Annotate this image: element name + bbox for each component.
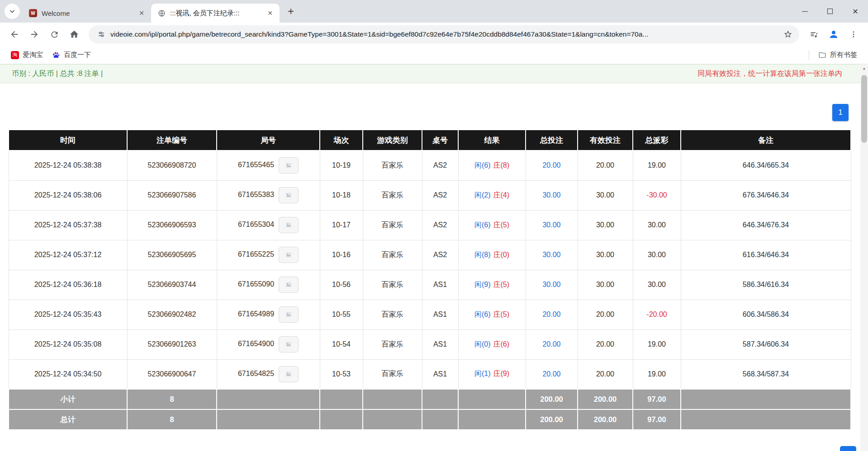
- cell-bet-id: 523066907586: [127, 180, 217, 210]
- cell-result: 闲(8)庄(0): [458, 240, 526, 270]
- video-replay-button[interactable]: [279, 306, 299, 323]
- table-row: 2025-12-24 05:34:50 523066900647 6716548…: [9, 359, 851, 389]
- scroll-up-arrow[interactable]: ▲: [860, 64, 868, 72]
- result-player: 闲(8): [474, 251, 491, 258]
- refresh-button[interactable]: [45, 25, 63, 43]
- tab-search-button[interactable]: [5, 4, 20, 19]
- column-header: 备注: [681, 130, 851, 150]
- browser-menu-button[interactable]: [844, 25, 863, 43]
- video-replay-button[interactable]: [279, 366, 299, 382]
- round-number: 671655465: [238, 161, 274, 169]
- cell-remark: 586.34/616.34: [681, 270, 851, 300]
- page-1-button[interactable]: 1: [832, 104, 849, 121]
- back-button[interactable]: [5, 25, 24, 43]
- maximize-icon: [827, 9, 833, 14]
- page-scrollbar[interactable]: ▲: [860, 64, 868, 451]
- cell-valid-bet: 20.00: [578, 329, 633, 359]
- round-number: 671654900: [238, 340, 274, 348]
- picture-icon: [284, 221, 293, 229]
- cell-total-bet: 20.00: [526, 359, 578, 389]
- picture-icon: [284, 251, 293, 259]
- bookmark-baidu[interactable]: 百度一下: [47, 48, 95, 62]
- bookmark-aitaobao[interactable]: 淘 爱淘宝: [6, 48, 47, 62]
- cell-valid-bet: 20.00: [578, 359, 633, 389]
- cell-round: 671654989: [217, 300, 320, 329]
- table-row: 2025-12-24 05:37:38 523066906593 6716553…: [9, 210, 851, 240]
- site-info-icon[interactable]: [95, 30, 108, 38]
- media-controls-icon: [809, 30, 819, 39]
- all-bookmarks-button[interactable]: 所有书签: [814, 48, 862, 62]
- cell-round: 671655383: [217, 180, 320, 210]
- address-bar[interactable]: videoie.com/ipl/portal.php/game/betrecor…: [89, 25, 799, 43]
- subtotal-count: 8: [127, 389, 217, 409]
- cell-session: 10-16: [320, 240, 363, 270]
- table-row: 2025-12-24 05:35:08 523066901263 6716549…: [9, 329, 851, 359]
- column-header: 有效投注: [578, 130, 633, 150]
- welcome-favicon-icon: W: [29, 9, 37, 17]
- profile-button[interactable]: [825, 25, 843, 43]
- cell-total-bet: 30.00: [526, 210, 578, 240]
- forward-arrow-icon: [29, 29, 39, 39]
- cell-payout: 19.00: [633, 150, 681, 180]
- video-replay-button[interactable]: [279, 247, 299, 263]
- cell-game-type: 百家乐: [363, 240, 422, 270]
- total-total-bet: 200.00: [526, 409, 578, 430]
- refresh-icon: [50, 30, 59, 39]
- tab-strip: W Welcome ✕ :::视讯, 会员下注纪录::: ✕ + ✕: [0, 0, 868, 23]
- total-count: 8: [127, 409, 217, 430]
- cell-payout: 30.00: [633, 240, 681, 270]
- tab-close-icon[interactable]: ✕: [137, 8, 147, 18]
- minimize-button[interactable]: [792, 0, 817, 23]
- result-banker: 庄(4): [493, 191, 510, 199]
- cell-remark: 616.34/646.34: [681, 240, 851, 270]
- result-player: 闲(0): [474, 340, 491, 348]
- tab-betrecord[interactable]: :::视讯, 会员下注纪录::: ✕: [151, 4, 280, 23]
- cell-remark: 587.34/606.34: [681, 329, 851, 359]
- cell-game-type: 百家乐: [363, 329, 422, 359]
- new-tab-button[interactable]: +: [283, 4, 299, 19]
- cell-game-type: 百家乐: [363, 270, 422, 300]
- url-text[interactable]: videoie.com/ipl/portal.php/game/betrecor…: [110, 30, 780, 38]
- cell-result: 闲(6)庄(8): [458, 150, 526, 180]
- scrollbar-thumb[interactable]: [861, 75, 867, 143]
- bookmark-star-icon[interactable]: [780, 30, 796, 39]
- forward-button[interactable]: [25, 25, 43, 43]
- profile-person-icon: [828, 29, 839, 40]
- media-controls-button[interactable]: [805, 25, 823, 43]
- tab-close-icon[interactable]: ✕: [265, 8, 275, 18]
- browser-window: W Welcome ✕ :::视讯, 会员下注纪录::: ✕ + ✕: [0, 0, 868, 451]
- cell-payout: -20.00: [633, 300, 681, 329]
- table-row: 2025-12-24 05:38:06 523066907586 6716553…: [9, 180, 851, 210]
- video-replay-button[interactable]: [279, 157, 299, 174]
- empty-cell: [458, 389, 526, 409]
- subtotal-label: 小计: [9, 389, 127, 409]
- tab-welcome[interactable]: W Welcome ✕: [23, 4, 151, 23]
- table-row: 2025-12-24 05:35:43 523066902482 6716549…: [9, 300, 851, 329]
- video-replay-button[interactable]: [279, 217, 299, 233]
- close-button[interactable]: ✕: [843, 0, 868, 23]
- navigation-bar: videoie.com/ipl/portal.php/game/betrecor…: [0, 23, 868, 46]
- cell-total-bet: 20.00: [526, 329, 578, 359]
- empty-cell: [320, 409, 363, 430]
- cell-round: 671655225: [217, 240, 320, 270]
- empty-cell: [217, 409, 320, 430]
- maximize-button[interactable]: [817, 0, 843, 23]
- cell-time: 2025-12-24 05:36:18: [9, 270, 127, 300]
- video-replay-button[interactable]: [279, 277, 299, 293]
- minimize-icon: [802, 11, 808, 12]
- globe-favicon-icon: [157, 9, 166, 17]
- cell-game-type: 百家乐: [363, 150, 422, 180]
- bookmark-label: 百度一下: [64, 51, 91, 59]
- cell-valid-bet: 30.00: [578, 270, 633, 300]
- picture-icon: [284, 161, 293, 169]
- tab-title: :::视讯, 会员下注纪录:::: [170, 9, 265, 18]
- round-number: 671655225: [238, 250, 274, 258]
- taobao-icon: 淘: [11, 51, 19, 59]
- empty-cell: [363, 409, 422, 430]
- bottom-pagination-button[interactable]: [840, 446, 856, 451]
- video-replay-button[interactable]: [279, 187, 299, 203]
- video-replay-button[interactable]: [279, 336, 299, 352]
- home-button[interactable]: [65, 25, 83, 43]
- cell-result: 闲(1)庄(9): [458, 359, 526, 389]
- home-icon: [69, 29, 79, 39]
